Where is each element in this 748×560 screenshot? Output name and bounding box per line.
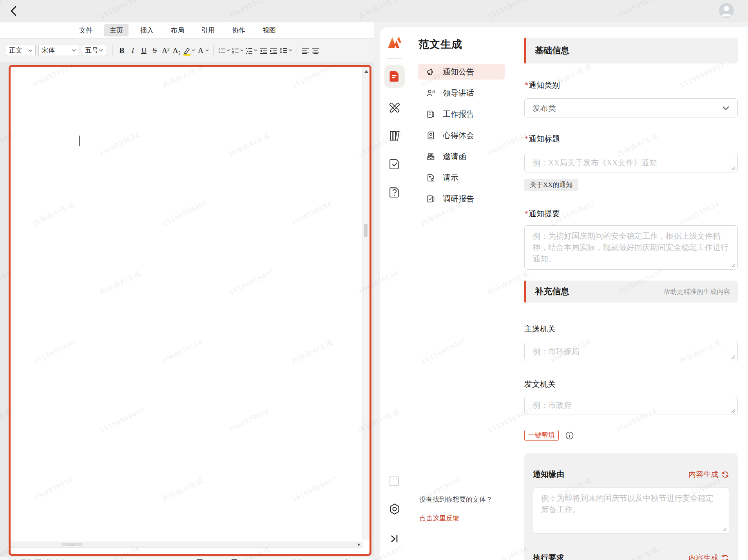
- notice-type-select[interactable]: 发布类: [524, 98, 738, 118]
- category-item-leader-speech[interactable]: 领导讲话: [418, 85, 505, 101]
- title-suggestion-tag[interactable]: 关于XX的通知: [524, 179, 578, 191]
- rail-item-doc-qa[interactable]: [389, 187, 400, 198]
- requirements-generate-button[interactable]: 内容生成: [688, 553, 729, 560]
- rail-item-library[interactable]: [389, 130, 400, 142]
- resize-handle-icon[interactable]: [723, 527, 727, 532]
- decrease-indent-button[interactable]: [259, 47, 268, 54]
- paragraph-style-select[interactable]: 正文: [6, 45, 36, 56]
- requirements-header: 执行要求 内容生成: [533, 553, 729, 560]
- chevron-down-icon: [205, 49, 209, 52]
- multilevel-list-icon: [245, 47, 253, 54]
- placeholder-text: 例：为即将到来的国庆节以及中秋节进行安全稳定筹备工作。: [541, 494, 714, 514]
- rail-item-design-tools[interactable]: [389, 102, 400, 114]
- requirements-label: 执行要求: [533, 553, 564, 560]
- tab-insert[interactable]: 插入: [135, 24, 159, 36]
- align-left-button[interactable]: [301, 47, 310, 54]
- subscript-button[interactable]: A₂: [171, 46, 182, 55]
- scroll-up-icon[interactable]: [364, 70, 368, 73]
- font-size-select[interactable]: 五号: [82, 45, 106, 56]
- reason-generate-button[interactable]: 内容生成: [688, 469, 729, 480]
- category-item-work-report[interactable]: 工作报告: [418, 106, 505, 122]
- strikethrough-button[interactable]: S: [149, 46, 160, 55]
- reason-textarea[interactable]: 例：为即将到来的国庆节以及中秋节进行安全稳定筹备工作。: [533, 488, 729, 534]
- section-title: 基础信息: [535, 45, 569, 56]
- vertical-scroll-thumb[interactable]: [364, 224, 368, 237]
- rail-item-proof-check[interactable]: [389, 158, 400, 170]
- rail-item-settings[interactable]: [389, 503, 400, 515]
- invitation-icon: [426, 152, 435, 161]
- category-item-survey-report[interactable]: 调研报告: [418, 191, 505, 207]
- tab-view[interactable]: 视图: [257, 24, 281, 36]
- ribbon-tabs: 文件 主页 插入 布局 引用 协作 视图: [0, 22, 374, 38]
- category-item-invitation[interactable]: 邀请函: [418, 149, 505, 164]
- back-icon[interactable]: [8, 5, 20, 17]
- toolbar-divider: [112, 45, 113, 56]
- resize-handle-icon[interactable]: [731, 166, 735, 170]
- zoom-out-button[interactable]: −: [271, 557, 275, 560]
- section-title: 补充信息: [535, 286, 569, 297]
- app-logo-icon: [387, 36, 402, 49]
- tab-file[interactable]: 文件: [74, 24, 98, 36]
- tab-references[interactable]: 引用: [196, 24, 220, 36]
- recipient-input[interactable]: 例：市环保局: [524, 342, 738, 361]
- tool-rail: [380, 27, 409, 560]
- increase-indent-button[interactable]: [269, 47, 278, 54]
- zoom-in-button[interactable]: +: [344, 557, 348, 560]
- tab-home[interactable]: 主页: [104, 24, 129, 36]
- category-item-request[interactable]: 请示: [418, 170, 505, 185]
- notice-summary-label: * 通知提要: [524, 208, 738, 219]
- italic-button[interactable]: I: [127, 46, 138, 55]
- resize-handle-icon[interactable]: [731, 355, 735, 359]
- bold-button[interactable]: B: [116, 46, 127, 55]
- notice-title-input[interactable]: 例：XX局关于发布《XX文件》通知: [524, 153, 738, 172]
- horizontal-scroll-thumb[interactable]: [62, 543, 82, 546]
- resize-handle-icon[interactable]: [731, 409, 735, 413]
- tab-collaborate[interactable]: 协作: [226, 24, 251, 36]
- highlight-color-button[interactable]: [183, 47, 195, 54]
- category-item-reflections[interactable]: 心得体会: [418, 127, 505, 143]
- align-center-button[interactable]: [312, 47, 320, 54]
- feedback-link[interactable]: 点击这里反馈: [419, 514, 493, 523]
- notice-summary-textarea[interactable]: 例：为搞好国庆期间的安全稳定工作，根据上级文件精神，结合本局实际，现就做好国庆期…: [524, 225, 738, 270]
- required-mark: *: [524, 209, 528, 218]
- bullet-list-button[interactable]: [218, 47, 230, 54]
- label-text: 主送机关: [524, 324, 556, 334]
- vertical-scrollbar[interactable]: [362, 67, 369, 540]
- multilevel-list-button[interactable]: [245, 47, 257, 54]
- superscript-button[interactable]: A²: [160, 46, 171, 55]
- issuer-input[interactable]: 例：市政府: [524, 396, 738, 415]
- reason-header: 通知缘由 内容生成: [533, 469, 729, 480]
- section-extra-info: 补充信息 帮助更精准的生成内容: [524, 281, 738, 303]
- align-center-icon: [312, 47, 320, 54]
- line-spacing-icon: [279, 47, 288, 54]
- label-text: 通知标题: [529, 134, 560, 144]
- info-icon[interactable]: [565, 431, 574, 440]
- section-basic-info: 基础信息: [524, 38, 738, 63]
- scroll-right-icon[interactable]: [358, 543, 360, 546]
- user-avatar-icon[interactable]: [719, 3, 734, 18]
- font-color-button[interactable]: A: [197, 46, 209, 55]
- font-family-select[interactable]: 宋体: [38, 45, 79, 56]
- line-spacing-button[interactable]: [279, 47, 292, 54]
- survey-doc-icon: [426, 194, 435, 203]
- autofill-button[interactable]: 一键帮填: [524, 430, 559, 441]
- text-cursor: [79, 136, 80, 146]
- underline-button[interactable]: U: [138, 46, 149, 55]
- numbered-list-button[interactable]: [232, 47, 244, 54]
- tab-layout[interactable]: 布局: [165, 24, 190, 36]
- rail-item-document[interactable]: [384, 65, 405, 88]
- placeholder-text: 例：市政府: [532, 400, 572, 411]
- resize-handle-icon[interactable]: [731, 263, 735, 268]
- toolbar-divider: [213, 45, 214, 56]
- category-menu: 范文生成 通知公告 领导讲话: [409, 27, 514, 560]
- category-label: 调研报告: [443, 194, 474, 204]
- category-label: 邀请函: [443, 151, 466, 162]
- rail-item-memo[interactable]: [389, 475, 400, 486]
- horizontal-scrollbar[interactable]: [11, 542, 363, 548]
- speaker-person-icon: [426, 89, 435, 98]
- rail-collapse-button[interactable]: [390, 534, 399, 544]
- category-item-notice[interactable]: 通知公告: [418, 64, 505, 80]
- document-page[interactable]: [9, 65, 371, 556]
- section-accent-bar: [524, 38, 526, 63]
- section-hint: 帮助更精准的生成内容: [663, 287, 730, 296]
